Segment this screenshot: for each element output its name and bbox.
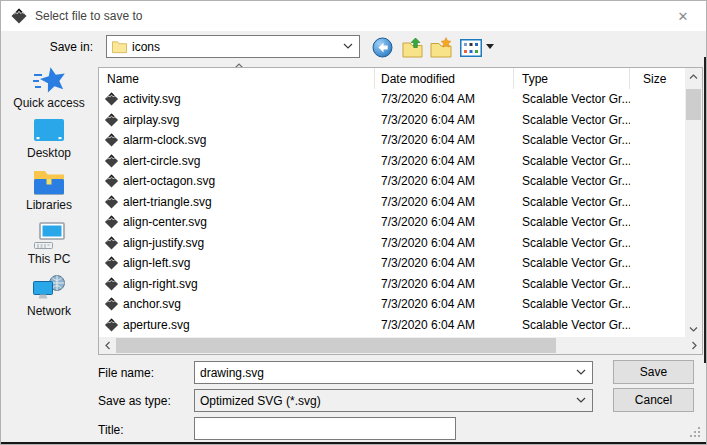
file-name-text: activity.svg bbox=[123, 92, 181, 106]
file-rows: activity.svg 7/3/2020 6:04 AM Scalable V… bbox=[99, 89, 685, 339]
file-date: 7/3/2020 6:04 AM bbox=[375, 215, 514, 229]
chevron-down-icon bbox=[576, 397, 586, 404]
file-type: Scalable Vector Gr... bbox=[514, 256, 630, 270]
file-row[interactable]: alarm-clock.svg 7/3/2020 6:04 AM Scalabl… bbox=[99, 130, 685, 151]
file-type: Scalable Vector Gr... bbox=[514, 174, 630, 188]
file-date: 7/3/2020 6:04 AM bbox=[375, 92, 514, 106]
inkscape-file-icon bbox=[104, 133, 119, 147]
file-name-text: align-right.svg bbox=[123, 277, 198, 291]
inkscape-file-icon bbox=[104, 195, 119, 209]
horizontal-scrollbar[interactable] bbox=[99, 337, 702, 354]
file-date: 7/3/2020 6:04 AM bbox=[375, 318, 514, 332]
desktop-icon bbox=[32, 117, 66, 145]
file-row[interactable]: align-justify.svg 7/3/2020 6:04 AM Scala… bbox=[99, 233, 685, 254]
file-type: Scalable Vector Gr... bbox=[514, 92, 630, 106]
file-name-value: drawing.svg bbox=[200, 366, 576, 380]
file-date: 7/3/2020 6:04 AM bbox=[375, 195, 514, 209]
vertical-scrollbar[interactable] bbox=[685, 68, 702, 337]
new-folder-button[interactable] bbox=[429, 36, 452, 59]
file-row[interactable]: align-right.svg 7/3/2020 6:04 AM Scalabl… bbox=[99, 274, 685, 295]
file-row[interactable]: align-left.svg 7/3/2020 6:04 AM Scalable… bbox=[99, 253, 685, 274]
inkscape-file-icon bbox=[104, 277, 119, 291]
save-file-dialog: Select file to save to ✕ Save in: icons bbox=[0, 0, 707, 445]
file-date: 7/3/2020 6:04 AM bbox=[375, 236, 514, 250]
save-as-type-value: Optimized SVG (*.svg) bbox=[200, 394, 576, 408]
file-date: 7/3/2020 6:04 AM bbox=[375, 256, 514, 270]
file-type: Scalable Vector Gr... bbox=[514, 318, 630, 332]
resize-grip[interactable] bbox=[690, 427, 701, 438]
sidebar-item-libraries[interactable]: Libraries bbox=[4, 169, 94, 215]
cancel-button[interactable]: Cancel bbox=[613, 388, 694, 412]
column-header-date-modified[interactable]: Date modified bbox=[375, 68, 514, 89]
file-type: Scalable Vector Gr... bbox=[514, 133, 630, 147]
file-name-text: alert-octagon.svg bbox=[123, 174, 215, 188]
file-date: 7/3/2020 6:04 AM bbox=[375, 113, 514, 127]
list-header: Name Date modified Type Size bbox=[99, 68, 685, 89]
save-in-combobox[interactable]: icons bbox=[106, 35, 360, 58]
file-type: Scalable Vector Gr... bbox=[514, 236, 630, 250]
save-in-label: Save in: bbox=[31, 40, 93, 54]
title-input[interactable] bbox=[194, 417, 456, 440]
sidebar-item-network[interactable]: Network bbox=[4, 273, 94, 319]
file-date: 7/3/2020 6:04 AM bbox=[375, 174, 514, 188]
file-type: Scalable Vector Gr... bbox=[514, 195, 630, 209]
sidebar-item-label: Quick access bbox=[13, 96, 84, 110]
inkscape-file-icon bbox=[104, 297, 119, 311]
view-menu-caret-icon[interactable] bbox=[486, 44, 494, 49]
horizontal-scroll-thumb[interactable] bbox=[116, 338, 556, 353]
file-list: Name Date modified Type Size activity.sv… bbox=[98, 67, 703, 355]
title-bar[interactable]: Select file to save to ✕ bbox=[1, 1, 706, 31]
file-date: 7/3/2020 6:04 AM bbox=[375, 297, 514, 311]
file-name-text: alarm-clock.svg bbox=[123, 133, 206, 147]
network-icon bbox=[32, 273, 66, 303]
file-name-combobox[interactable]: drawing.svg bbox=[194, 361, 593, 384]
up-one-level-button[interactable] bbox=[401, 36, 424, 59]
save-as-type-combobox[interactable]: Optimized SVG (*.svg) bbox=[194, 389, 593, 412]
file-row[interactable]: alert-triangle.svg 7/3/2020 6:04 AM Scal… bbox=[99, 192, 685, 213]
file-name-text: airplay.svg bbox=[123, 113, 179, 127]
back-button[interactable] bbox=[371, 36, 394, 59]
column-header-type[interactable]: Type bbox=[514, 68, 630, 89]
file-row[interactable]: align-center.svg 7/3/2020 6:04 AM Scalab… bbox=[99, 212, 685, 233]
file-row[interactable]: alert-octagon.svg 7/3/2020 6:04 AM Scala… bbox=[99, 171, 685, 192]
save-button[interactable]: Save bbox=[613, 360, 694, 384]
file-row[interactable]: anchor.svg 7/3/2020 6:04 AM Scalable Vec… bbox=[99, 294, 685, 315]
file-row[interactable]: airplay.svg 7/3/2020 6:04 AM Scalable Ve… bbox=[99, 110, 685, 131]
places-sidebar: Quick access Desktop Libraries bbox=[1, 65, 97, 325]
close-button[interactable]: ✕ bbox=[660, 1, 706, 31]
file-name-label: File name: bbox=[98, 366, 154, 380]
chevron-down-icon bbox=[576, 369, 586, 376]
sidebar-item-label: Desktop bbox=[27, 146, 71, 160]
view-menu-icon bbox=[460, 39, 482, 57]
file-name-text: alert-triangle.svg bbox=[123, 195, 212, 209]
new-folder-icon bbox=[430, 37, 452, 58]
file-row[interactable]: activity.svg 7/3/2020 6:04 AM Scalable V… bbox=[99, 89, 685, 110]
save-as-type-label: Save as type: bbox=[98, 394, 171, 408]
libraries-icon bbox=[32, 169, 66, 197]
sidebar-item-this-pc[interactable]: This PC bbox=[4, 221, 94, 267]
sidebar-item-quick-access[interactable]: Quick access bbox=[4, 65, 94, 111]
vertical-scroll-thumb[interactable] bbox=[686, 89, 701, 120]
file-name-text: align-left.svg bbox=[123, 256, 190, 270]
column-header-name[interactable]: Name bbox=[99, 68, 375, 89]
file-date: 7/3/2020 6:04 AM bbox=[375, 277, 514, 291]
quick-access-icon bbox=[31, 65, 67, 95]
scroll-up-arrow[interactable] bbox=[685, 69, 702, 84]
inkscape-file-icon bbox=[104, 256, 119, 270]
column-header-size[interactable]: Size bbox=[630, 68, 684, 89]
folder-icon bbox=[112, 40, 127, 54]
file-row[interactable]: alert-circle.svg 7/3/2020 6:04 AM Scalab… bbox=[99, 151, 685, 172]
file-type: Scalable Vector Gr... bbox=[514, 113, 630, 127]
inkscape-file-icon bbox=[104, 154, 119, 168]
scroll-down-arrow[interactable] bbox=[685, 321, 702, 336]
file-type: Scalable Vector Gr... bbox=[514, 215, 630, 229]
sidebar-item-desktop[interactable]: Desktop bbox=[4, 117, 94, 163]
file-type: Scalable Vector Gr... bbox=[514, 297, 630, 311]
file-row[interactable]: aperture.svg 7/3/2020 6:04 AM Scalable V… bbox=[99, 315, 685, 336]
scroll-right-arrow[interactable] bbox=[686, 337, 701, 354]
inkscape-file-icon bbox=[104, 318, 119, 332]
file-date: 7/3/2020 6:04 AM bbox=[375, 154, 514, 168]
inkscape-file-icon bbox=[104, 215, 119, 229]
scroll-left-arrow[interactable] bbox=[100, 337, 115, 354]
view-menu-button[interactable] bbox=[459, 36, 482, 59]
